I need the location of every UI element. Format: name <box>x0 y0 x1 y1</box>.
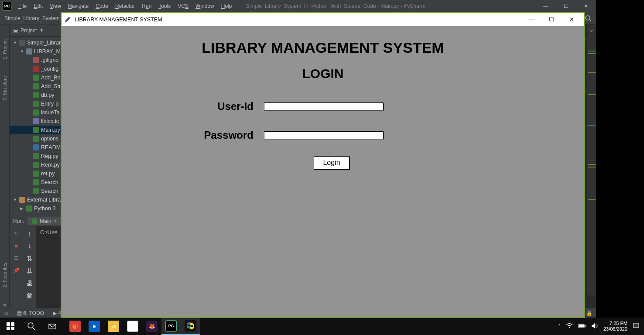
python-icon <box>33 136 39 142</box>
tree-file[interactable]: issueTa <box>41 109 59 116</box>
trash-icon[interactable]: 🗑 <box>26 292 33 300</box>
menu-view[interactable]: View <box>46 1 65 11</box>
taskbar-app-pycharm[interactable]: PC <box>161 318 181 335</box>
rerun-icon[interactable]: ↻ <box>12 230 20 238</box>
tree-file[interactable]: Reg.py <box>41 153 58 159</box>
menu-refactor[interactable]: Refactor <box>112 1 138 11</box>
taskbar-app-python[interactable] <box>181 318 200 335</box>
tray-chevron-icon[interactable]: ˄ <box>558 324 561 329</box>
tree-folder[interactable]: LIBRAY_MA <box>34 48 64 55</box>
tree-file[interactable]: libico.ic <box>41 118 59 124</box>
menu-navigate[interactable]: Navigate <box>65 1 92 11</box>
status-todo[interactable]: ▤ 6: TODO <box>17 310 44 316</box>
search-icon[interactable] <box>21 318 42 335</box>
tab-favorites[interactable]: 2: Favorites <box>1 261 8 289</box>
taskbar-app-edge[interactable]: e <box>85 318 104 335</box>
layout-icon[interactable]: ☰ <box>12 254 20 262</box>
run-label: Run: <box>13 218 24 224</box>
menu-vcs[interactable]: VCS <box>174 1 192 11</box>
main-menu: File Edit View Navigate Code Refactor Ru… <box>15 1 235 11</box>
maximize-icon[interactable]: ☐ <box>556 0 576 12</box>
wifi-icon[interactable] <box>566 323 573 330</box>
tree-file[interactable]: Add_Bo <box>41 75 60 81</box>
minimize-icon[interactable]: ― <box>536 0 556 12</box>
tk-close-icon[interactable]: ✕ <box>562 13 582 26</box>
tab-project[interactable]: 1: Project <box>1 38 8 61</box>
scroll-icon[interactable]: ⇊ <box>27 267 32 275</box>
python-icon <box>33 92 39 98</box>
tk-minimize-icon[interactable]: ― <box>521 13 541 26</box>
user-id-input[interactable] <box>264 103 384 110</box>
tree-file[interactable]: Search. <box>41 179 60 185</box>
taskbar-app-explorer[interactable]: 📁 <box>104 318 123 335</box>
tree-file[interactable]: .gitigno <box>41 57 58 63</box>
python-icon <box>32 219 37 224</box>
pin-icon[interactable]: 📌 <box>12 267 20 274</box>
tree-file[interactable]: Rem.py <box>41 162 60 168</box>
menu-tools[interactable]: Tools <box>155 1 174 11</box>
up-icon[interactable]: ↑ <box>28 230 31 238</box>
login-button[interactable]: Login <box>314 156 349 169</box>
notifications-icon[interactable] <box>633 322 640 330</box>
status-corner-icon[interactable]: ▭ <box>3 310 8 316</box>
start-button[interactable] <box>0 318 21 335</box>
user-row: User-Id <box>197 100 384 113</box>
breadcrumb[interactable]: Simple_Library_System <box>4 15 60 21</box>
markdown-icon <box>33 144 39 150</box>
svg-line-8 <box>33 328 35 330</box>
python-icon <box>33 188 39 194</box>
chevron-down-icon[interactable]: ⌄ <box>589 25 594 34</box>
search-icon[interactable] <box>585 15 592 22</box>
tk-maximize-icon[interactable]: ☐ <box>541 13 562 26</box>
tree-file[interactable]: Search_ <box>41 188 62 194</box>
volume-icon[interactable] <box>591 323 598 330</box>
tree-file[interactable]: Add_Stu <box>41 83 62 89</box>
down-icon[interactable]: ↓ <box>28 242 31 250</box>
password-label: Password <box>197 129 253 141</box>
app-heading: LIBRARY MANAGEMENT SYSTEM <box>62 39 584 56</box>
menu-run[interactable]: Run <box>138 1 155 11</box>
tree-file[interactable]: options <box>41 136 58 142</box>
tree-root[interactable]: Simple_Librar <box>27 40 61 46</box>
tab-structure[interactable]: 7: Structure <box>1 74 8 103</box>
clock[interactable]: 7:25 PM 23/06/2020 <box>603 321 627 332</box>
tree-file[interactable]: ret.py <box>41 171 55 177</box>
close-icon[interactable]: ✕ <box>576 0 596 12</box>
print-icon[interactable]: 🖶 <box>26 280 33 287</box>
taskbar-app-firefox[interactable]: 🦊 <box>142 318 161 335</box>
tk-titlebar[interactable]: LIBRARY MANAGEMENT SYSTEM ― ☐ ✕ <box>62 13 584 26</box>
menu-edit[interactable]: Edit <box>30 1 46 11</box>
yml-icon <box>33 66 39 72</box>
run-tab[interactable]: Main × <box>27 217 61 225</box>
run-gutter: ↻ ■ ☰ 📌 <box>10 226 23 308</box>
password-row: Password <box>197 129 384 141</box>
library-icon <box>19 197 25 203</box>
svg-point-7 <box>28 323 33 328</box>
menu-code[interactable]: Code <box>92 1 112 11</box>
python-icon <box>33 171 39 177</box>
menu-window[interactable]: Window <box>192 1 218 11</box>
tree-file[interactable]: _config <box>41 66 58 72</box>
window-title: Simple_Library_System_In_Python_With_Sou… <box>246 3 425 9</box>
tk-body: LIBRARY MANAGEMENT SYSTEM LOGIN User-Id … <box>62 26 584 317</box>
stop-icon[interactable]: ■ <box>12 242 20 250</box>
tree-file[interactable]: db.py <box>41 92 55 98</box>
project-label[interactable]: Project <box>21 27 37 34</box>
tree-file-selected[interactable]: Main.py <box>41 127 60 133</box>
chevron-down-icon[interactable]: ▼ <box>39 28 44 33</box>
editor-marker-strip[interactable]: ⌄ <box>586 24 596 295</box>
status-lock-icon[interactable]: 🔒 <box>586 310 593 316</box>
battery-icon[interactable] <box>578 323 586 329</box>
mail-icon[interactable] <box>42 318 63 335</box>
tree-python-env[interactable]: Python 3 <box>34 205 55 212</box>
tree-external-libs[interactable]: External Librari <box>27 197 64 203</box>
tree-file[interactable]: Entry-p <box>41 101 58 107</box>
taskbar-app-gift[interactable]: 🎁 <box>65 318 85 335</box>
folder-icon <box>26 48 32 55</box>
close-tab-icon[interactable]: × <box>54 218 57 224</box>
menu-file[interactable]: File <box>15 1 30 11</box>
wrap-icon[interactable]: ⇅ <box>27 254 32 263</box>
menu-help[interactable]: Help <box>218 1 236 11</box>
taskbar-app-store[interactable]: 🛍 <box>123 318 142 335</box>
password-input[interactable] <box>264 131 384 139</box>
